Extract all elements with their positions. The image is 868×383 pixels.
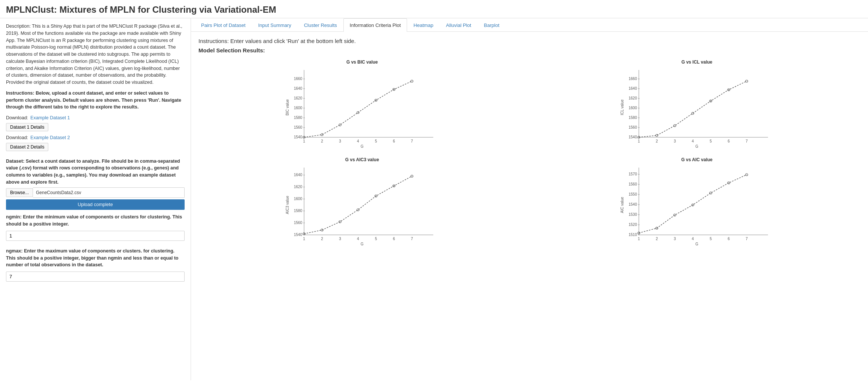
svg-text:1600: 1600 [294,106,303,110]
file-input-row: Browse... GeneCountsData2.csv [6,187,185,198]
svg-text:3: 3 [674,237,676,241]
svg-text:1640: 1640 [294,86,303,91]
chart-icl: G vs ICL value 1540 1560 1580 1600 1620 [533,59,861,150]
svg-text:1620: 1620 [629,96,637,100]
svg-text:6: 6 [393,139,395,143]
svg-text:1: 1 [638,139,640,143]
svg-text:6: 6 [728,139,730,143]
svg-text:7: 7 [746,237,748,241]
svg-text:1660: 1660 [294,77,303,81]
svg-text:7: 7 [411,139,413,143]
download-label-1: Download: [6,114,28,122]
svg-text:1540: 1540 [629,202,637,206]
svg-text:2: 2 [656,139,658,143]
svg-text:2: 2 [656,237,658,241]
chart-icl-title: G vs ICL value [533,59,861,65]
svg-text:1: 1 [303,237,305,241]
chart-bic-title: G vs BIC value [198,59,526,65]
svg-text:1600: 1600 [629,106,637,110]
download-row-2: Download: Example Dataset 2 [6,134,185,141]
svg-text:1530: 1530 [629,212,637,217]
svg-text:1560: 1560 [629,125,637,129]
svg-text:1520: 1520 [629,223,637,227]
tab-cluster-results[interactable]: Cluster Results [298,18,343,32]
svg-text:7: 7 [411,237,413,241]
svg-text:5: 5 [710,139,712,143]
svg-text:6: 6 [728,237,730,241]
svg-text:5: 5 [375,237,377,241]
svg-text:1640: 1640 [629,86,637,91]
svg-text:1550: 1550 [629,192,637,196]
svg-text:5: 5 [375,139,377,143]
svg-text:G: G [361,242,364,246]
svg-text:3: 3 [339,237,341,241]
svg-text:1580: 1580 [294,116,303,120]
example-dataset-2-link[interactable]: Example Dataset 2 [30,134,70,141]
svg-text:6: 6 [393,237,395,241]
svg-point-31 [411,80,413,82]
svg-text:1: 1 [638,237,640,241]
tab-heatmap[interactable]: Heatmap [407,18,440,32]
svg-text:5: 5 [710,237,712,241]
dataset2-details-button[interactable]: Dataset 2 Details [6,143,48,151]
svg-text:1570: 1570 [629,172,637,176]
model-selection-label: Model Selection Results: [198,47,861,53]
svg-text:7: 7 [746,139,748,143]
chart-aic3-svg: 1540 1560 1580 1600 1620 1640 AIC3 value [198,164,526,246]
tab-alluvial-plot[interactable]: Alluvial Plot [440,18,477,32]
svg-text:1600: 1600 [294,197,303,201]
dataset1-details-button[interactable]: Dataset 1 Details [6,123,48,131]
app-title: MPLNClust: Mixtures of MPLN for Clusteri… [0,0,868,18]
tab-barplot[interactable]: Barplot [477,18,506,32]
sidebar: Description: This is a Shiny App that is… [0,18,191,380]
ngmin-label: ngmin: Enter the minimum value of compon… [6,214,185,228]
chart-aic: G vs AIC value 1510 1520 1530 1540 155 [533,157,861,247]
tab-pairs-plot[interactable]: Pairs Plot of Dataset [195,18,252,32]
svg-text:1540: 1540 [294,233,303,237]
svg-text:4: 4 [692,139,694,143]
svg-text:1560: 1560 [294,221,303,225]
svg-point-58 [656,134,658,137]
download-row-1: Download: Example Dataset 1 [6,114,185,122]
tab-input-summary[interactable]: Input Summary [252,18,298,32]
svg-text:G: G [361,144,364,148]
svg-text:1540: 1540 [629,135,637,139]
download-label-2: Download: [6,134,28,141]
svg-text:AIC3 value: AIC3 value [285,196,289,214]
svg-text:G: G [695,144,698,148]
description-text: Description: This is a Shiny App that is… [6,23,185,86]
svg-text:1510: 1510 [629,233,637,237]
svg-point-59 [674,125,676,127]
dataset-label: Dataset: Select a count dataset to analy… [6,158,185,186]
chart-aic-svg: 1510 1520 1530 1540 1550 1560 1570 [533,164,861,246]
svg-text:4: 4 [357,237,359,241]
svg-text:2: 2 [321,139,323,143]
chart-icl-svg: 1540 1560 1580 1600 1620 1640 1660 [533,66,861,148]
ngmin-input[interactable] [6,231,185,241]
svg-text:3: 3 [674,139,676,143]
svg-text:BIC value: BIC value [285,99,289,116]
svg-text:1580: 1580 [294,209,303,213]
instructions-bold: Instructions: Below, upload a count data… [6,90,185,111]
svg-text:1560: 1560 [294,125,303,129]
example-dataset-1-link[interactable]: Example Dataset 1 [30,114,70,122]
tabs-bar: Pairs Plot of Dataset Input Summary Clus… [191,18,868,32]
chart-bic-svg: 1540 1560 1580 1600 1620 1640 1660 [198,66,526,148]
svg-point-123 [710,192,712,194]
svg-text:1: 1 [303,139,305,143]
chart-bic: G vs BIC value 1540 1560 1580 1600 [198,59,526,150]
browse-button[interactable]: Browse... [6,188,33,197]
svg-text:2: 2 [321,237,323,241]
upload-complete-bar: Upload complete [6,199,185,210]
file-name-display: GeneCountsData2.csv [33,187,185,198]
ngmax-label: ngmax: Enter the maximum value of compon… [6,248,185,269]
instructions-text: Instructions: Enter values and click 'Ru… [198,38,861,44]
svg-text:1620: 1620 [294,185,303,189]
ngmax-input[interactable] [6,272,185,282]
chart-aic3: G vs AIC3 value 1540 1560 1580 1600 16 [198,157,526,247]
svg-text:AIC value: AIC value [620,197,624,213]
tab-info-criteria[interactable]: Information Criteria Plot [343,18,407,32]
svg-text:G: G [695,242,698,246]
svg-text:1620: 1620 [294,96,303,100]
svg-text:4: 4 [692,237,694,241]
